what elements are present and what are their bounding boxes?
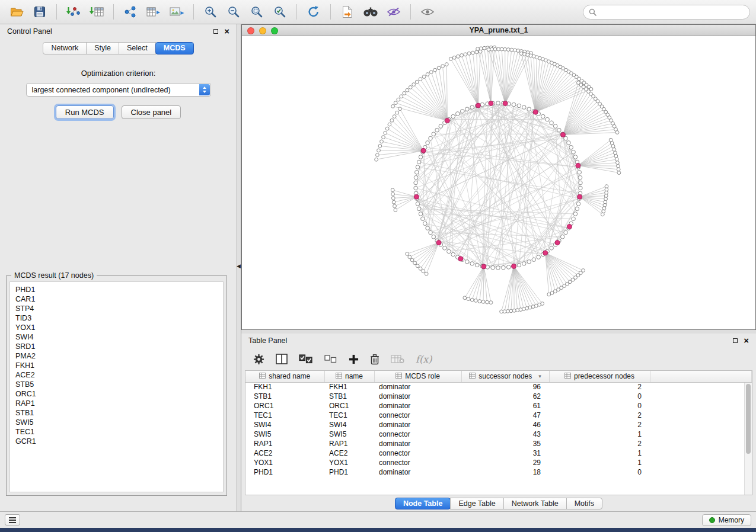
result-item-fkh1[interactable]: FKH1 xyxy=(15,361,218,370)
cell-successor-nodes[interactable]: 29 xyxy=(461,458,549,467)
birds-eye-view-button[interactable] xyxy=(417,2,438,21)
function-builder-button[interactable]: f(x) xyxy=(416,354,432,365)
cell-mcds-role[interactable]: connector xyxy=(374,411,461,420)
cell-successor-nodes[interactable]: 47 xyxy=(461,411,549,420)
cell-mcds-role[interactable]: dominator xyxy=(374,392,461,401)
tab-select[interactable]: Select xyxy=(119,42,156,55)
cell-successor-nodes[interactable]: 31 xyxy=(461,448,549,458)
result-item-stb5[interactable]: STB5 xyxy=(15,380,218,389)
column-header-successor-nodes[interactable]: successor nodes▾ xyxy=(461,371,549,382)
close-panel-icon[interactable]: × xyxy=(224,28,229,35)
import-table-button[interactable] xyxy=(86,2,107,21)
select-all-button[interactable] xyxy=(299,354,313,364)
cell-successor-nodes[interactable]: 46 xyxy=(461,420,549,430)
result-item-tid3[interactable]: TID3 xyxy=(15,313,218,323)
zoom-in-button[interactable] xyxy=(200,2,221,21)
cell-name[interactable]: TEC1 xyxy=(324,411,374,420)
cell-mcds-role[interactable]: connector xyxy=(374,448,461,458)
result-item-stp4[interactable]: STP4 xyxy=(15,304,218,313)
cell-shared-name[interactable]: ORC1 xyxy=(245,401,324,411)
vertical-splitter[interactable]: ◀ xyxy=(237,24,241,511)
result-item-ace2[interactable]: ACE2 xyxy=(15,370,218,380)
table-row-swi5[interactable]: SWI5SWI5connector431 xyxy=(245,430,752,439)
result-item-gcr1[interactable]: GCR1 xyxy=(15,437,218,446)
cell-predecessor-nodes[interactable]: 1 xyxy=(549,458,650,467)
column-header-mcds-role[interactable]: MCDS role xyxy=(374,371,461,382)
find-button[interactable] xyxy=(360,2,381,21)
scrollbar-thumb[interactable] xyxy=(746,384,751,454)
create-column-button[interactable] xyxy=(349,354,359,364)
cell-predecessor-nodes[interactable]: 1 xyxy=(549,430,650,439)
mcds-result-list[interactable]: PHD1CAR1STP4TID3YOX1SWI4SRD1PMA2FKH1ACE2… xyxy=(9,281,224,492)
cell-predecessor-nodes[interactable]: 1 xyxy=(549,448,650,458)
cell-name[interactable]: YOX1 xyxy=(324,458,374,467)
cell-shared-name[interactable]: TEC1 xyxy=(245,411,324,420)
save-session-button[interactable] xyxy=(29,2,50,21)
status-menu-button[interactable] xyxy=(5,514,20,525)
cell-shared-name[interactable]: SWI5 xyxy=(245,430,324,439)
table-scrollbar[interactable] xyxy=(744,383,752,495)
table-tab-edge-table[interactable]: Edge Table xyxy=(450,498,503,509)
tab-network[interactable]: Network xyxy=(43,42,87,55)
table-row-ace2[interactable]: ACE2ACE2connector311 xyxy=(245,448,752,458)
cell-successor-nodes[interactable]: 43 xyxy=(461,430,549,439)
close-panel-button[interactable]: Close panel xyxy=(122,105,181,119)
tab-mcds[interactable]: MCDS xyxy=(155,42,194,55)
cell-name[interactable]: PHD1 xyxy=(324,467,374,477)
cell-predecessor-nodes[interactable]: 2 xyxy=(549,420,650,430)
export-image-button[interactable] xyxy=(166,2,187,21)
cell-name[interactable]: STB1 xyxy=(324,392,374,401)
table-row-fkh1[interactable]: FKH1FKH1dominator962 xyxy=(245,382,752,392)
cell-name[interactable]: SWI4 xyxy=(324,420,374,430)
result-item-car1[interactable]: CAR1 xyxy=(15,294,218,304)
tab-style[interactable]: Style xyxy=(86,42,119,55)
import-network-button[interactable] xyxy=(63,2,84,21)
export-table-button[interactable] xyxy=(143,2,164,21)
cell-mcds-role[interactable]: dominator xyxy=(374,420,461,430)
sort-chevron-icon[interactable]: ▾ xyxy=(538,373,541,379)
cell-mcds-role[interactable]: dominator xyxy=(374,401,461,411)
result-item-swi5[interactable]: SWI5 xyxy=(15,418,218,427)
network-canvas[interactable] xyxy=(242,36,755,329)
delete-column-button[interactable] xyxy=(370,354,379,365)
cell-predecessor-nodes[interactable]: 0 xyxy=(549,467,650,477)
cell-shared-name[interactable]: YOX1 xyxy=(245,458,324,467)
cell-mcds-role[interactable]: dominator xyxy=(374,467,461,477)
delete-table-button[interactable] xyxy=(391,354,404,364)
window-close-light[interactable] xyxy=(247,27,254,34)
table-settings-button[interactable] xyxy=(253,354,264,365)
graphics-details-button[interactable] xyxy=(383,2,404,21)
apply-layout-button[interactable] xyxy=(303,2,324,21)
result-item-srd1[interactable]: SRD1 xyxy=(15,342,218,351)
cell-name[interactable]: RAP1 xyxy=(324,439,374,448)
cell-shared-name[interactable]: ACE2 xyxy=(245,448,324,458)
column-header-shared-name[interactable]: shared name xyxy=(245,371,324,382)
window-zoom-light[interactable] xyxy=(271,27,278,34)
close-table-panel-icon[interactable]: × xyxy=(744,337,749,344)
cell-predecessor-nodes[interactable]: 2 xyxy=(549,439,650,448)
run-mcds-button[interactable]: Run MCDS xyxy=(56,105,114,119)
result-item-stb1[interactable]: STB1 xyxy=(15,408,218,418)
network-window-titlebar[interactable]: YPA_prune.txt_1 xyxy=(242,25,755,36)
table-row-stb1[interactable]: STB1STB1dominator620 xyxy=(245,392,752,401)
cell-predecessor-nodes[interactable]: 2 xyxy=(549,411,650,420)
table-row-yox1[interactable]: YOX1YOX1connector291 xyxy=(245,458,752,467)
cell-successor-nodes[interactable]: 18 xyxy=(461,467,549,477)
cell-successor-nodes[interactable]: 61 xyxy=(461,401,549,411)
table-row-tec1[interactable]: TEC1TEC1connector472 xyxy=(245,411,752,420)
new-network-button[interactable] xyxy=(120,2,141,21)
cell-mcds-role[interactable]: connector xyxy=(374,430,461,439)
table-row-swi4[interactable]: SWI4SWI4dominator462 xyxy=(245,420,752,430)
table-tab-node-table[interactable]: Node Table xyxy=(395,498,451,509)
table-tab-motifs[interactable]: Motifs xyxy=(566,498,602,509)
result-item-phd1[interactable]: PHD1 xyxy=(15,285,218,294)
table-tab-network-table[interactable]: Network Table xyxy=(503,498,567,509)
share-document-button[interactable] xyxy=(337,2,358,21)
result-item-pma2[interactable]: PMA2 xyxy=(15,351,218,361)
dropdown-stepper-icon[interactable] xyxy=(199,84,210,95)
cell-mcds-role[interactable]: dominator xyxy=(374,439,461,448)
cell-shared-name[interactable]: FKH1 xyxy=(245,382,324,392)
table-row-phd1[interactable]: PHD1PHD1dominator180 xyxy=(245,467,752,477)
cell-shared-name[interactable]: STB1 xyxy=(245,392,324,401)
cell-mcds-role[interactable]: connector xyxy=(374,458,461,467)
